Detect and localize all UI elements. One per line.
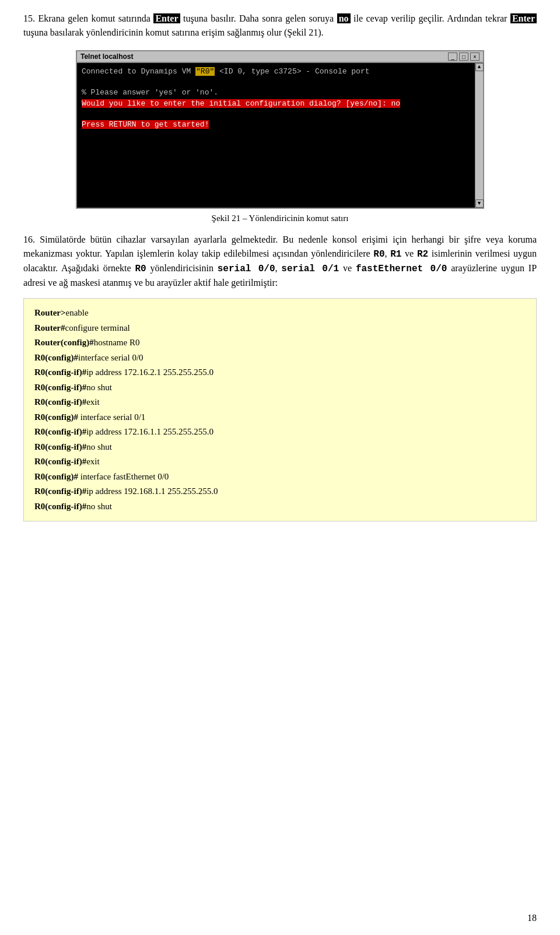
telnet-line-3: % Please answer 'yes' or 'no'. bbox=[82, 87, 464, 98]
p16-serial01: serial 0/1 bbox=[281, 264, 339, 274]
p16-r2: R2 bbox=[417, 249, 428, 260]
code-normal-8: interface serial 0/1 bbox=[78, 412, 145, 422]
paragraph-15: 15. Ekrana gelen komut satırında Enter t… bbox=[23, 12, 537, 40]
code-normal-13: ip address 192.168.1.1 255.255.255.0 bbox=[86, 486, 218, 496]
p16-fast: fastEthernet 0/0 bbox=[356, 264, 447, 274]
telnet-minimize-icon[interactable]: _ bbox=[448, 52, 457, 61]
telnet-body-wrapper: Connected to Dynamips VM "R0" <ID 0, typ… bbox=[77, 63, 483, 208]
telnet-line-12 bbox=[82, 183, 464, 194]
p15-text-3: ile cevap verilip geçilir. Ardından tekr… bbox=[354, 13, 507, 23]
code-normal-6: no shut bbox=[86, 383, 112, 392]
telnet-dialog-line: Would you like to enter the initial conf… bbox=[82, 99, 400, 108]
code-line-10: R0(config-if)#no shut bbox=[34, 440, 526, 455]
code-line-14: R0(config-if)#no shut bbox=[34, 499, 526, 514]
telnet-line-2 bbox=[82, 77, 464, 87]
page-number: 18 bbox=[527, 913, 537, 923]
telnet-line-5 bbox=[82, 109, 464, 120]
p15-enter2: Enter bbox=[510, 13, 537, 23]
p16-r0-2: R0 bbox=[135, 264, 146, 274]
telnet-line-10 bbox=[82, 162, 464, 173]
code-line-2: Router#configure terminal bbox=[34, 321, 526, 336]
figure-caption: Şekil 21 – Yönlendiricinin komut satırı bbox=[23, 213, 537, 223]
code-line-1: Router>enable bbox=[34, 306, 526, 321]
code-normal-11: exit bbox=[86, 457, 100, 466]
telnet-title: Telnet localhost bbox=[80, 52, 133, 61]
code-bold-7: R0(config-if)# bbox=[34, 397, 86, 407]
telnet-line-8 bbox=[82, 141, 464, 151]
telnet-r0-highlight: "R0" bbox=[195, 67, 215, 76]
code-line-3: Router(config)#hostname R0 bbox=[34, 335, 526, 351]
code-line-8: R0(config)# interface serial 0/1 bbox=[34, 410, 526, 425]
telnet-line-11 bbox=[82, 173, 464, 183]
p15-no: no bbox=[337, 13, 351, 23]
code-line-11: R0(config-if)#exit bbox=[34, 454, 526, 470]
code-bold-5: R0(config-if)# bbox=[34, 367, 86, 377]
code-normal-4: interface serial 0/0 bbox=[78, 353, 144, 362]
telnet-line-4: Would you like to enter the initial conf… bbox=[82, 99, 464, 109]
code-normal-12: interface fastEthernet 0/0 bbox=[78, 472, 169, 481]
code-bold-8: R0(config)# bbox=[34, 412, 78, 422]
telnet-line-13 bbox=[82, 194, 464, 204]
telnet-maximize-icon[interactable]: □ bbox=[459, 52, 468, 61]
telnet-line-9 bbox=[82, 152, 464, 162]
telnet-body: Connected to Dynamips VM "R0" <ID 0, typ… bbox=[77, 63, 475, 208]
figure-caption-text: Şekil 21 – Yönlendiricinin komut satırı bbox=[212, 213, 349, 223]
telnet-icons: _ □ × bbox=[448, 52, 480, 61]
p15-enter1: Enter bbox=[153, 13, 180, 23]
code-bold-10: R0(config-if)# bbox=[34, 442, 86, 451]
telnet-titlebar: Telnet localhost _ □ × bbox=[77, 51, 483, 63]
telnet-press-return: Press RETURN to get started! bbox=[82, 120, 209, 129]
code-bold-2: Router# bbox=[34, 323, 65, 332]
paragraph-16: 16. Simülatörde bütün cihazlar varsayıla… bbox=[23, 233, 537, 290]
p15-text-2: tuşuna basılır. Daha sonra gelen soruya bbox=[183, 13, 334, 23]
code-block: Router>enable Router#configure terminal … bbox=[23, 298, 537, 521]
code-line-9: R0(config-if)#ip address 172.16.1.1 255.… bbox=[34, 425, 526, 440]
code-bold-6: R0(config-if)# bbox=[34, 383, 86, 392]
code-bold-14: R0(config-if)# bbox=[34, 502, 86, 511]
code-line-5: R0(config-if)#ip address 172.16.2.1 255.… bbox=[34, 365, 526, 380]
code-normal-7: exit bbox=[86, 397, 100, 407]
code-bold-11: R0(config-if)# bbox=[34, 457, 86, 466]
p15-text-4: tuşuna basılarak yönlendiricinin komut s… bbox=[23, 27, 324, 37]
code-bold-9: R0(config-if)# bbox=[34, 427, 86, 436]
telnet-line-6: Press RETURN to get started! bbox=[82, 120, 464, 130]
code-line-7: R0(config-if)#exit bbox=[34, 395, 526, 410]
code-bold-13: R0(config-if)# bbox=[34, 486, 86, 496]
code-normal-14: no shut bbox=[86, 502, 112, 511]
scrollbar-up-icon[interactable]: ▲ bbox=[475, 63, 484, 71]
telnet-line-7 bbox=[82, 130, 464, 141]
telnet-line-1: Connected to Dynamips VM "R0" <ID 0, typ… bbox=[82, 66, 464, 77]
code-normal-9: ip address 172.16.1.1 255.255.255.0 bbox=[86, 427, 214, 436]
code-normal-1: enable bbox=[66, 308, 89, 317]
code-line-4: R0(config)#interface serial 0/0 bbox=[34, 351, 526, 366]
code-bold-1: Router> bbox=[34, 308, 66, 317]
code-normal-2: configure terminal bbox=[65, 323, 130, 332]
code-bold-4: R0(config)# bbox=[34, 353, 78, 362]
code-line-6: R0(config-if)#no shut bbox=[34, 380, 526, 395]
p16-r1: R1 bbox=[390, 249, 401, 260]
telnet-window: Telnet localhost _ □ × Connected to Dyna… bbox=[76, 50, 484, 209]
code-bold-3: Router(config)# bbox=[34, 338, 94, 347]
code-line-12: R0(config)# interface fastEthernet 0/0 bbox=[34, 470, 526, 485]
page-content: 15. Ekrana gelen komut satırında Enter t… bbox=[23, 12, 537, 521]
code-normal-5: ip address 172.16.2.1 255.255.255.0 bbox=[86, 367, 214, 377]
p16-r0: R0 bbox=[373, 249, 384, 260]
code-line-13: R0(config-if)#ip address 192.168.1.1 255… bbox=[34, 484, 526, 499]
p16-serial00: serial 0/0 bbox=[218, 264, 275, 274]
telnet-close-icon[interactable]: × bbox=[470, 52, 480, 61]
scrollbar-down-icon[interactable]: ▼ bbox=[475, 199, 484, 208]
p15-text-1: 15. Ekrana gelen komut satırında bbox=[23, 13, 150, 23]
code-normal-3: hostname R0 bbox=[94, 338, 140, 347]
code-normal-10: no shut bbox=[86, 442, 112, 451]
code-bold-12: R0(config)# bbox=[34, 472, 78, 481]
telnet-scrollbar: ▲ ▼ bbox=[475, 63, 483, 208]
